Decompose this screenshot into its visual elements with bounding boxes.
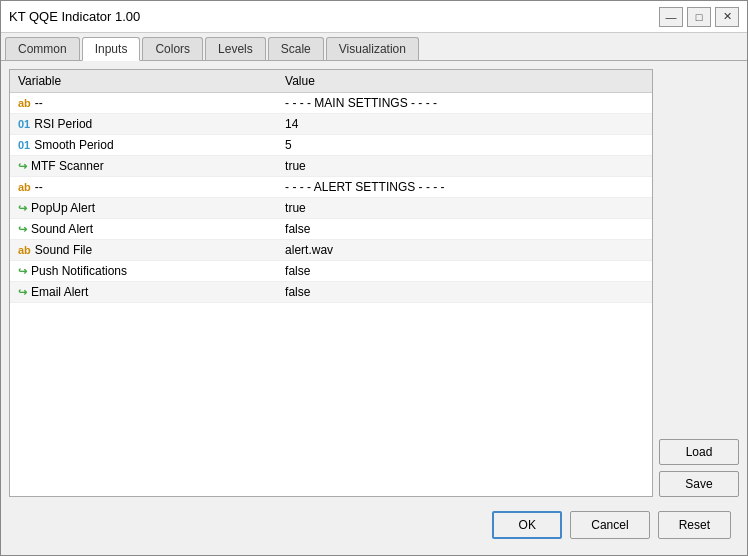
value-cell[interactable]: true xyxy=(277,156,652,177)
badge-ab: ab xyxy=(18,97,31,109)
value-cell[interactable]: 14 xyxy=(277,114,652,135)
value-cell[interactable]: - - - - ALERT SETTINGS - - - - xyxy=(277,177,652,198)
variable-cell: ↪Push Notifications xyxy=(10,261,277,282)
restore-button[interactable]: □ xyxy=(687,7,711,27)
col-variable-header: Variable xyxy=(10,70,277,93)
save-button[interactable]: Save xyxy=(659,471,739,497)
table-row[interactable]: 01Smooth Period5 xyxy=(10,135,652,156)
variable-cell: 01RSI Period xyxy=(10,114,277,135)
window-title: KT QQE Indicator 1.00 xyxy=(9,9,659,24)
bottom-buttons: OK Cancel Reset xyxy=(492,511,731,539)
badge-01: 01 xyxy=(18,118,30,130)
main-content: Variable Value ab--- - - - MAIN SETTINGS… xyxy=(9,69,739,497)
badge-ab: ab xyxy=(18,244,31,256)
tab-scale[interactable]: Scale xyxy=(268,37,324,60)
value-cell[interactable]: - - - - MAIN SETTINGS - - - - xyxy=(277,93,652,114)
badge-arrow: ↪ xyxy=(18,202,27,214)
window-controls: — □ ✕ xyxy=(659,7,739,27)
variable-cell: ab-- xyxy=(10,93,277,114)
table-row[interactable]: ↪Push Notificationsfalse xyxy=(10,261,652,282)
tab-levels[interactable]: Levels xyxy=(205,37,266,60)
table-row[interactable]: abSound Filealert.wav xyxy=(10,240,652,261)
badge-ab: ab xyxy=(18,181,31,193)
tab-common[interactable]: Common xyxy=(5,37,80,60)
tab-inputs[interactable]: Inputs xyxy=(82,37,141,61)
tab-visualization[interactable]: Visualization xyxy=(326,37,419,60)
variables-table-container: Variable Value ab--- - - - MAIN SETTINGS… xyxy=(9,69,653,497)
cancel-button[interactable]: Cancel xyxy=(570,511,649,539)
col-value-header: Value xyxy=(277,70,652,93)
table-row[interactable]: ↪Sound Alertfalse xyxy=(10,219,652,240)
badge-arrow: ↪ xyxy=(18,160,27,172)
table-row[interactable]: 01RSI Period14 xyxy=(10,114,652,135)
value-cell[interactable]: alert.wav xyxy=(277,240,652,261)
side-panel: Load Save xyxy=(659,69,739,497)
table-header-row: Variable Value xyxy=(10,70,652,93)
table-row[interactable]: ↪Email Alertfalse xyxy=(10,282,652,303)
variables-table: Variable Value ab--- - - - MAIN SETTINGS… xyxy=(10,70,652,303)
variable-cell: abSound File xyxy=(10,240,277,261)
bottom-bar: OK Cancel Reset xyxy=(9,505,739,547)
variable-cell: ↪MTF Scanner xyxy=(10,156,277,177)
tab-colors[interactable]: Colors xyxy=(142,37,203,60)
ok-button[interactable]: OK xyxy=(492,511,562,539)
value-cell[interactable]: true xyxy=(277,198,652,219)
main-window: KT QQE Indicator 1.00 — □ ✕ Common Input… xyxy=(0,0,748,556)
value-cell[interactable]: false xyxy=(277,261,652,282)
tab-bar: Common Inputs Colors Levels Scale Visual… xyxy=(1,33,747,61)
close-button[interactable]: ✕ xyxy=(715,7,739,27)
variable-cell: ↪Email Alert xyxy=(10,282,277,303)
badge-01: 01 xyxy=(18,139,30,151)
minimize-button[interactable]: — xyxy=(659,7,683,27)
load-button[interactable]: Load xyxy=(659,439,739,465)
title-bar: KT QQE Indicator 1.00 — □ ✕ xyxy=(1,1,747,33)
variable-cell: 01Smooth Period xyxy=(10,135,277,156)
badge-arrow: ↪ xyxy=(18,265,27,277)
value-cell[interactable]: false xyxy=(277,282,652,303)
value-cell[interactable]: false xyxy=(277,219,652,240)
reset-button[interactable]: Reset xyxy=(658,511,731,539)
variable-cell: ↪PopUp Alert xyxy=(10,198,277,219)
table-row[interactable]: ab--- - - - MAIN SETTINGS - - - - xyxy=(10,93,652,114)
badge-arrow: ↪ xyxy=(18,286,27,298)
variable-cell: ↪Sound Alert xyxy=(10,219,277,240)
value-cell[interactable]: 5 xyxy=(277,135,652,156)
table-row[interactable]: ↪MTF Scannertrue xyxy=(10,156,652,177)
table-row[interactable]: ab--- - - - ALERT SETTINGS - - - - xyxy=(10,177,652,198)
table-row[interactable]: ↪PopUp Alerttrue xyxy=(10,198,652,219)
variable-cell: ab-- xyxy=(10,177,277,198)
content-area: Variable Value ab--- - - - MAIN SETTINGS… xyxy=(1,61,747,555)
badge-arrow: ↪ xyxy=(18,223,27,235)
